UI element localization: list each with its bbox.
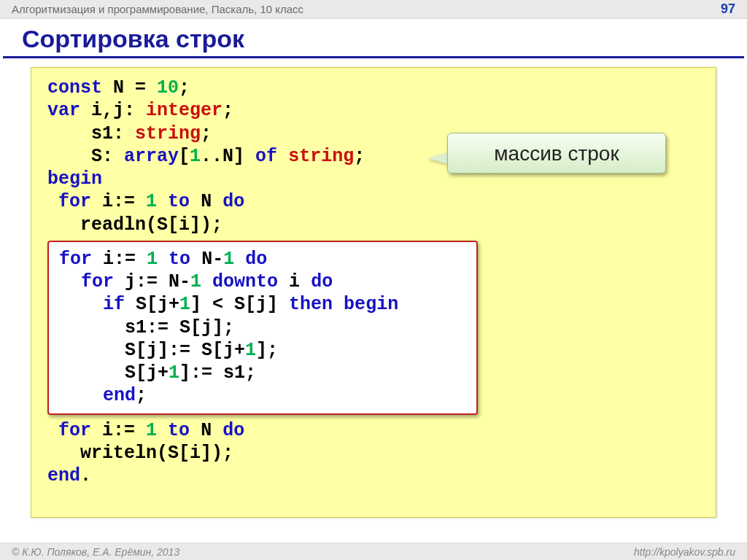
code-line: for j:= N-1 downto i do <box>59 271 466 293</box>
code-line: S[j+1]:= s1; <box>59 362 466 384</box>
code-line: var i,j: integer; <box>47 99 700 122</box>
code-line: for i:= 1 to N-1 do <box>59 248 466 271</box>
callout-tail-icon <box>427 152 448 164</box>
highlighted-code: for i:= 1 to N-1 do for j:= N-1 downto i… <box>47 241 478 415</box>
subject-text: Алгоритмизация и программирование, Паска… <box>12 3 303 15</box>
code-line: for i:= 1 to N do <box>47 190 700 213</box>
code-line: writeln(S[i]); <box>47 442 700 464</box>
slide-title: Сортировка строк <box>0 19 747 56</box>
code-box: const N = 10; var i,j: integer; s1: stri… <box>31 67 716 518</box>
code-line: readln(S[i]); <box>47 214 700 236</box>
code-line: s1:= S[j]; <box>59 316 466 339</box>
code-line: if S[j+1] < S[j] then begin <box>59 293 466 316</box>
slide-footer: © К.Ю. Поляков, Е.А. Ерёмин, 2013 http:/… <box>0 542 747 560</box>
copyright-text: © К.Ю. Поляков, Е.А. Ерёмин, 2013 <box>12 546 179 558</box>
callout-label: массив строк <box>447 133 666 174</box>
title-underline <box>3 56 744 58</box>
code-line: S[j]:= S[j+1]; <box>59 339 466 362</box>
code-line: end; <box>59 384 466 407</box>
code-line: for i:= 1 to N do <box>47 419 700 442</box>
code-line: const N = 10; <box>47 77 700 99</box>
footer-url: http://kpolyakov.spb.ru <box>634 546 735 558</box>
slide-header: Алгоритмизация и программирование, Паска… <box>0 0 747 19</box>
code-line: end. <box>47 464 700 487</box>
page-number: 97 <box>721 1 735 17</box>
